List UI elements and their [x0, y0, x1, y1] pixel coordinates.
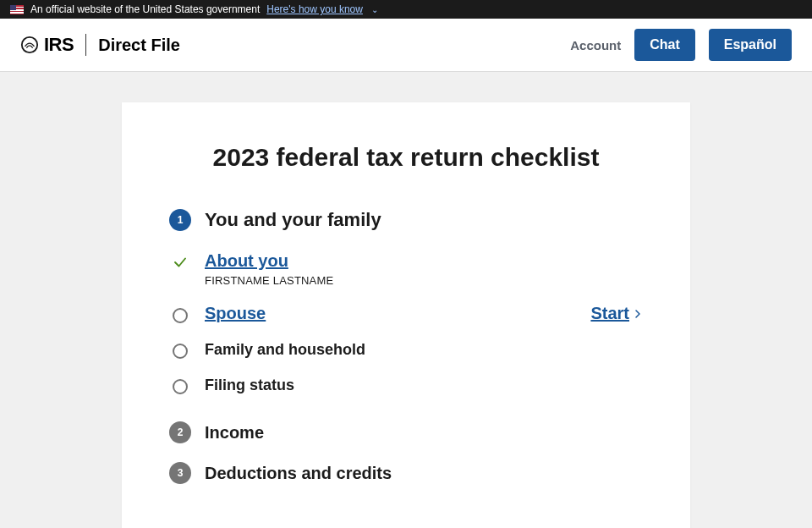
empty-circle-icon — [169, 305, 191, 323]
checklist-item-filing-status: Filing status — [169, 367, 643, 403]
about-you-link[interactable]: About you — [205, 251, 288, 270]
irs-wordmark: IRS — [44, 34, 74, 56]
checklist-item-about-you: About you FIRSTNAME LASTNAME — [169, 243, 643, 295]
about-you-subtext: FIRSTNAME LASTNAME — [205, 274, 643, 287]
section-deductions-credits: 3 Deductions and credits — [169, 462, 643, 484]
checklist-card: 2023 federal tax return checklist 1 You … — [122, 102, 690, 528]
app-header: IRS Direct File Account Chat Español — [0, 19, 812, 72]
gov-banner-link[interactable]: Here's how you know — [266, 3, 363, 15]
gov-banner: An official website of the United States… — [0, 0, 812, 19]
section-number-badge: 3 — [169, 462, 191, 484]
spouse-start-link[interactable]: Start — [590, 304, 643, 323]
section-number-badge: 2 — [169, 421, 191, 443]
section-number-badge: 1 — [169, 209, 191, 231]
section-income: 2 Income — [169, 421, 643, 443]
espanol-button[interactable]: Español — [709, 29, 792, 61]
account-link[interactable]: Account — [570, 38, 621, 52]
family-household-label: Family and household — [205, 341, 365, 358]
section-title: Income — [205, 423, 264, 443]
svg-point-0 — [22, 37, 37, 52]
gov-banner-text: An official website of the United States… — [30, 3, 260, 15]
section-title: Deductions and credits — [205, 464, 392, 483]
irs-eagle-icon — [20, 36, 39, 54]
page-title: 2023 federal tax return checklist — [169, 143, 643, 172]
checklist-item-spouse: Spouse Start — [169, 295, 643, 332]
chevron-down-icon: ⌄ — [371, 5, 378, 14]
empty-circle-icon — [169, 376, 191, 394]
product-name: Direct File — [98, 36, 180, 55]
checklist-item-family-household: Family and household — [169, 332, 643, 367]
spouse-link[interactable]: Spouse — [205, 304, 266, 322]
start-label: Start — [590, 304, 629, 323]
section-you-and-family: 1 You and your family — [169, 209, 643, 231]
logo-divider — [85, 34, 86, 56]
chat-button[interactable]: Chat — [634, 29, 695, 61]
chevron-right-icon — [633, 304, 643, 323]
irs-logo[interactable]: IRS Direct File — [20, 34, 180, 56]
check-icon — [169, 251, 191, 270]
section-title: You and your family — [205, 209, 381, 231]
empty-circle-icon — [169, 340, 191, 359]
filing-status-label: Filing status — [205, 377, 294, 393]
us-flag-icon — [10, 5, 24, 14]
